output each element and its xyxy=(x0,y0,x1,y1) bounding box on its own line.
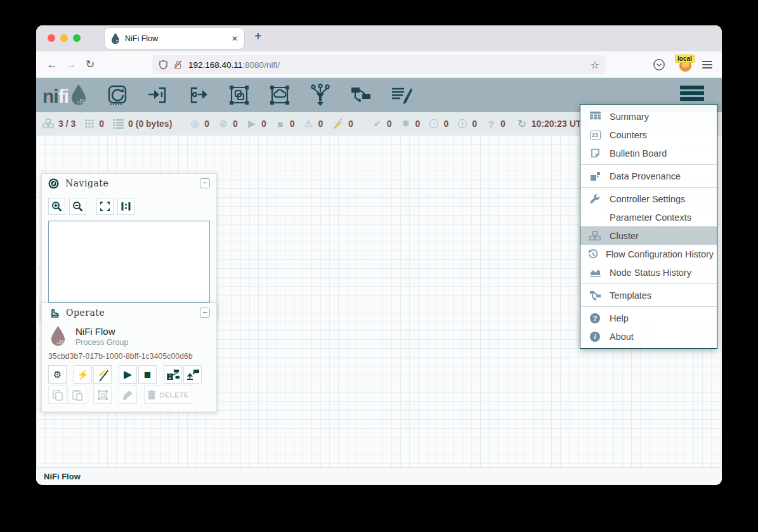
maximize-window-button[interactable] xyxy=(73,34,81,42)
menu-separator xyxy=(580,187,717,188)
menu-item-counters[interactable]: 23Counters xyxy=(580,126,717,144)
reload-button[interactable]: ↻ xyxy=(81,58,100,71)
url-text[interactable]: 192.168.40.11:8080/nifi/ xyxy=(188,60,591,70)
template-component[interactable] xyxy=(349,83,373,107)
start-button[interactable]: ▶ xyxy=(119,365,137,384)
unversioned-icon: ? xyxy=(486,119,496,129)
menu-item-about[interactable]: iAbout xyxy=(580,327,717,346)
minimize-window-button[interactable] xyxy=(60,34,68,42)
about-icon: i xyxy=(588,332,602,342)
bookmark-star-icon[interactable]: ☆ xyxy=(591,59,599,71)
menu-item-node-status-history[interactable]: Node Status History xyxy=(580,263,717,282)
process-group-id: 35cbd3b7-017b-1000-8bff-1c3405c00d6b xyxy=(42,348,216,363)
forward-button[interactable]: → xyxy=(62,58,81,71)
menu-item-parameter-contexts[interactable]: Parameter Contexts xyxy=(580,208,717,226)
stale-icon: ↑ xyxy=(429,119,439,128)
area-chart-icon xyxy=(588,268,602,277)
input-port-component[interactable] xyxy=(146,83,170,107)
back-button[interactable]: ← xyxy=(42,58,62,71)
collapse-operate-button[interactable]: − xyxy=(200,308,210,318)
locally-modified-icon: ✱ xyxy=(401,118,411,129)
sync-failure-count: 0 xyxy=(472,119,477,129)
save-template-button[interactable] xyxy=(164,365,182,384)
stop-button[interactable]: ■ xyxy=(138,365,157,384)
zoom-fit-button[interactable] xyxy=(96,198,114,215)
process-group-component[interactable] xyxy=(227,83,251,107)
delete-button[interactable]: DELETE xyxy=(144,386,192,404)
menu-item-controller-settings[interactable]: Controller Settings xyxy=(580,190,717,208)
stopped-icon: ■ xyxy=(275,119,285,129)
selected-flow-name: NiFi Flow xyxy=(75,326,128,337)
menu-separator xyxy=(580,164,717,165)
close-window-button[interactable] xyxy=(48,34,55,42)
menu-item-flow-configuration-history[interactable]: Flow Configuration History xyxy=(580,245,717,263)
browser-menu-button[interactable] xyxy=(702,61,712,71)
menu-item-data-provenance[interactable]: Data Provenance xyxy=(580,167,717,185)
menu-item-templates[interactable]: Templates xyxy=(580,286,717,304)
operate-title: Operate xyxy=(66,308,200,318)
menu-item-help[interactable]: ?Help xyxy=(580,309,717,327)
navigate-title: Navigate xyxy=(65,178,200,188)
breadcrumb-item[interactable]: NiFi Flow xyxy=(44,472,81,481)
menu-item-bulletin-board[interactable]: Bulletin Board xyxy=(580,144,717,162)
refresh-icon[interactable]: ↻ xyxy=(517,117,527,131)
label-component[interactable] xyxy=(389,83,414,107)
counters-icon: 23 xyxy=(588,131,602,139)
invalid-count: 0 xyxy=(318,119,323,129)
zoom-out-button[interactable] xyxy=(69,198,86,215)
invalid-icon: ⚠ xyxy=(303,118,313,129)
menu-separator xyxy=(580,283,717,284)
not-transmitting-count: 0 xyxy=(233,119,238,129)
stale-count: 0 xyxy=(443,119,448,129)
processor-component[interactable] xyxy=(105,83,129,107)
menu-item-summary[interactable]: Summary xyxy=(580,107,717,126)
collapse-navigate-button[interactable]: − xyxy=(200,178,210,188)
insecure-lock-icon[interactable] xyxy=(173,60,183,70)
running-count: 0 xyxy=(261,119,266,129)
global-menu-button[interactable] xyxy=(680,86,704,103)
birdseye-view[interactable] xyxy=(48,221,210,303)
template-icon xyxy=(588,290,602,301)
operate-panel: Operate − NiFi Flow Process Group 35cbd3… xyxy=(41,302,217,412)
address-bar[interactable]: 192.168.40.11:8080/nifi/ ☆ xyxy=(152,55,606,74)
not-transmitting-icon: ⊘ xyxy=(218,118,228,129)
navigate-header: Navigate − xyxy=(42,174,216,193)
close-tab-icon[interactable]: ✕ xyxy=(232,34,238,43)
menu-separator xyxy=(580,306,717,307)
crossed-lightning-icon: ⚡ xyxy=(96,369,108,380)
browser-tab[interactable]: NiFi Flow ✕ xyxy=(105,28,244,49)
stop-icon: ■ xyxy=(144,368,151,380)
shield-icon[interactable] xyxy=(159,60,168,70)
funnel-component[interactable] xyxy=(308,83,332,107)
pocket-icon[interactable] xyxy=(653,58,665,74)
change-color-button[interactable] xyxy=(119,386,137,404)
play-icon: ▶ xyxy=(124,368,132,381)
remote-process-group-component[interactable] xyxy=(268,83,292,107)
provenance-icon xyxy=(588,171,602,181)
output-port-component[interactable] xyxy=(186,83,211,107)
delete-label: DELETE xyxy=(159,391,188,399)
profile-avatar[interactable]: local xyxy=(677,56,694,72)
cubes-icon xyxy=(588,231,602,241)
disable-button[interactable]: ⚡ xyxy=(93,365,112,384)
queued-count: 0 (0 bytes) xyxy=(128,119,172,129)
copy-button[interactable] xyxy=(48,386,67,404)
upload-template-button[interactable] xyxy=(183,365,202,384)
unversioned-count: 0 xyxy=(500,119,506,129)
new-tab-button[interactable]: + xyxy=(254,29,262,44)
sticky-note-icon xyxy=(588,148,602,158)
zoom-in-button[interactable] xyxy=(48,198,65,215)
menu-item-cluster[interactable]: Cluster xyxy=(580,226,717,245)
group-button[interactable] xyxy=(93,386,112,404)
enable-button[interactable]: ⚡ xyxy=(74,365,92,384)
connected-nodes-count: 3 / 3 xyxy=(58,119,75,129)
browser-window: NiFi Flow ✕ + ← → ↻ 192.168.40.11:8080/n… xyxy=(36,25,722,485)
compass-icon xyxy=(48,178,59,189)
hand-pointer-icon xyxy=(48,307,60,318)
paste-button[interactable] xyxy=(68,386,86,404)
zoom-actual-size-button[interactable] xyxy=(117,198,134,215)
active-threads-icon xyxy=(84,119,95,129)
running-icon: ▶ xyxy=(247,118,257,129)
queued-icon xyxy=(113,119,124,129)
configure-button[interactable]: ⚙ xyxy=(48,365,67,384)
